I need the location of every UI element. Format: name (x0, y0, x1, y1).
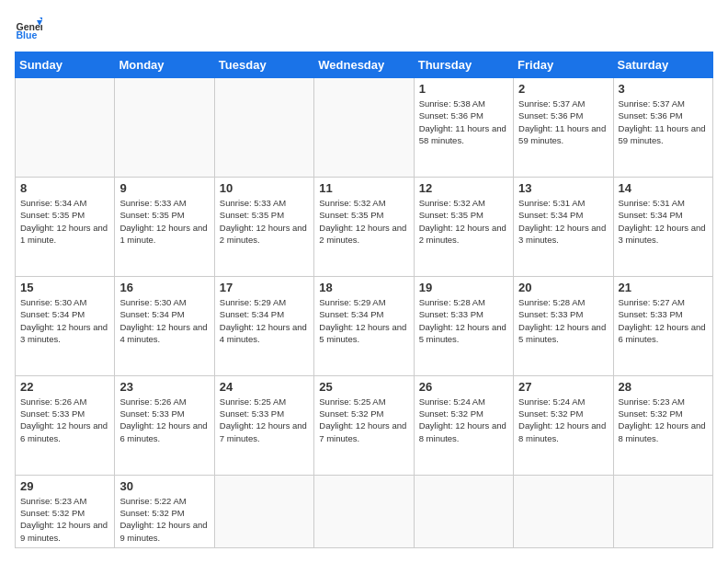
calendar-table: SundayMondayTuesdayWednesdayThursdayFrid… (15, 52, 713, 548)
day-info: Sunrise: 5:26 AM Sunset: 5:33 PM Dayligh… (20, 396, 109, 444)
page-header: General Blue (15, 15, 713, 42)
day-info: Sunrise: 5:30 AM Sunset: 5:34 PM Dayligh… (20, 296, 109, 345)
day-number: 8 (20, 181, 109, 195)
day-number: 2 (518, 82, 608, 96)
day-info: Sunrise: 5:30 AM Sunset: 5:34 PM Dayligh… (119, 296, 209, 345)
day-info: Sunrise: 5:31 AM Sunset: 5:34 PM Dayligh… (619, 197, 708, 246)
day-info: Sunrise: 5:37 AM Sunset: 5:36 PM Dayligh… (619, 98, 708, 146)
empty-cell (613, 475, 712, 547)
day-cell-2: 2 Sunrise: 5:37 AM Sunset: 5:36 PM Dayli… (514, 78, 613, 178)
day-number: 13 (518, 181, 608, 195)
day-number: 3 (619, 82, 708, 96)
day-number: 23 (119, 380, 209, 394)
day-cell-24: 24 Sunrise: 5:25 AM Sunset: 5:33 PM Dayl… (214, 375, 313, 475)
day-cell-9: 9 Sunrise: 5:33 AM Sunset: 5:35 PM Dayli… (115, 177, 214, 276)
day-number: 15 (20, 281, 109, 294)
day-cell-1: 1 Sunrise: 5:38 AM Sunset: 5:36 PM Dayli… (414, 78, 513, 178)
day-info: Sunrise: 5:32 AM Sunset: 5:35 PM Dayligh… (419, 197, 508, 246)
day-number: 17 (220, 281, 309, 294)
empty-cell (514, 475, 613, 547)
day-number: 1 (419, 82, 508, 96)
day-cell-26: 26 Sunrise: 5:24 AM Sunset: 5:32 PM Dayl… (414, 375, 513, 475)
empty-cell (314, 78, 414, 178)
day-cell-18: 18 Sunrise: 5:29 AM Sunset: 5:34 PM Dayl… (314, 276, 414, 375)
day-number: 24 (220, 380, 309, 394)
day-number: 18 (319, 281, 408, 294)
day-info: Sunrise: 5:33 AM Sunset: 5:35 PM Dayligh… (119, 197, 209, 246)
day-info: Sunrise: 5:25 AM Sunset: 5:32 PM Dayligh… (319, 396, 408, 444)
day-info: Sunrise: 5:38 AM Sunset: 5:36 PM Dayligh… (419, 98, 508, 146)
day-cell-3: 3 Sunrise: 5:37 AM Sunset: 5:36 PM Dayli… (613, 78, 712, 178)
day-cell-22: 22 Sunrise: 5:26 AM Sunset: 5:33 PM Dayl… (16, 375, 115, 475)
day-number: 10 (220, 181, 309, 195)
day-cell-12: 12 Sunrise: 5:32 AM Sunset: 5:35 PM Dayl… (414, 177, 513, 276)
day-number: 25 (319, 380, 408, 394)
empty-cell (214, 78, 313, 178)
day-number: 28 (619, 380, 708, 394)
day-info: Sunrise: 5:24 AM Sunset: 5:32 PM Dayligh… (419, 396, 508, 444)
day-info: Sunrise: 5:26 AM Sunset: 5:33 PM Dayligh… (119, 396, 209, 444)
calendar-week-5: 29 Sunrise: 5:23 AM Sunset: 5:32 PM Dayl… (16, 475, 713, 547)
day-info: Sunrise: 5:25 AM Sunset: 5:33 PM Dayligh… (220, 396, 309, 444)
day-info: Sunrise: 5:29 AM Sunset: 5:34 PM Dayligh… (319, 296, 408, 345)
day-cell-10: 10 Sunrise: 5:33 AM Sunset: 5:35 PM Dayl… (214, 177, 313, 276)
col-header-thursday: Thursday (414, 52, 513, 78)
day-number: 19 (419, 281, 508, 294)
col-header-monday: Monday (115, 52, 214, 78)
empty-cell (115, 78, 214, 178)
day-number: 26 (419, 380, 508, 394)
day-info: Sunrise: 5:34 AM Sunset: 5:35 PM Dayligh… (20, 197, 109, 246)
svg-marker-3 (40, 17, 42, 20)
day-number: 20 (518, 281, 608, 294)
empty-cell (414, 475, 513, 547)
day-number: 21 (619, 281, 708, 294)
day-cell-29: 29 Sunrise: 5:23 AM Sunset: 5:32 PM Dayl… (16, 475, 115, 547)
day-number: 22 (20, 380, 109, 394)
day-cell-30: 30 Sunrise: 5:22 AM Sunset: 5:32 PM Dayl… (115, 475, 214, 547)
day-cell-17: 17 Sunrise: 5:29 AM Sunset: 5:34 PM Dayl… (214, 276, 313, 375)
calendar-header-row: SundayMondayTuesdayWednesdayThursdayFrid… (16, 52, 713, 78)
empty-cell (214, 475, 313, 547)
calendar-week-4: 22 Sunrise: 5:26 AM Sunset: 5:33 PM Dayl… (16, 375, 713, 475)
day-info: Sunrise: 5:28 AM Sunset: 5:33 PM Dayligh… (518, 296, 608, 345)
calendar-week-2: 8 Sunrise: 5:34 AM Sunset: 5:35 PM Dayli… (16, 177, 713, 276)
col-header-wednesday: Wednesday (314, 52, 414, 78)
day-number: 14 (619, 181, 708, 195)
day-number: 9 (119, 181, 209, 195)
logo: General Blue (15, 15, 42, 42)
day-cell-27: 27 Sunrise: 5:24 AM Sunset: 5:32 PM Dayl… (514, 375, 613, 475)
day-info: Sunrise: 5:23 AM Sunset: 5:32 PM Dayligh… (20, 495, 109, 544)
day-cell-15: 15 Sunrise: 5:30 AM Sunset: 5:34 PM Dayl… (16, 276, 115, 375)
empty-cell (16, 78, 115, 178)
day-info: Sunrise: 5:29 AM Sunset: 5:34 PM Dayligh… (220, 296, 309, 345)
calendar-week-3: 15 Sunrise: 5:30 AM Sunset: 5:34 PM Dayl… (16, 276, 713, 375)
day-cell-14: 14 Sunrise: 5:31 AM Sunset: 5:34 PM Dayl… (613, 177, 712, 276)
day-cell-23: 23 Sunrise: 5:26 AM Sunset: 5:33 PM Dayl… (115, 375, 214, 475)
day-info: Sunrise: 5:31 AM Sunset: 5:34 PM Dayligh… (518, 197, 608, 246)
svg-text:Blue: Blue (17, 29, 38, 40)
day-number: 16 (119, 281, 209, 294)
day-number: 11 (319, 181, 408, 195)
day-info: Sunrise: 5:23 AM Sunset: 5:32 PM Dayligh… (619, 396, 708, 444)
day-cell-20: 20 Sunrise: 5:28 AM Sunset: 5:33 PM Dayl… (514, 276, 613, 375)
logo-icon: General Blue (15, 15, 42, 42)
day-cell-28: 28 Sunrise: 5:23 AM Sunset: 5:32 PM Dayl… (613, 375, 712, 475)
calendar-week-1: 1 Sunrise: 5:38 AM Sunset: 5:36 PM Dayli… (16, 78, 713, 178)
day-info: Sunrise: 5:27 AM Sunset: 5:33 PM Dayligh… (619, 296, 708, 345)
day-cell-25: 25 Sunrise: 5:25 AM Sunset: 5:32 PM Dayl… (314, 375, 414, 475)
day-number: 29 (20, 479, 109, 493)
day-info: Sunrise: 5:33 AM Sunset: 5:35 PM Dayligh… (220, 197, 309, 246)
day-info: Sunrise: 5:37 AM Sunset: 5:36 PM Dayligh… (518, 98, 608, 146)
day-info: Sunrise: 5:28 AM Sunset: 5:33 PM Dayligh… (419, 296, 508, 345)
empty-cell (314, 475, 414, 547)
col-header-saturday: Saturday (613, 52, 712, 78)
day-cell-13: 13 Sunrise: 5:31 AM Sunset: 5:34 PM Dayl… (514, 177, 613, 276)
col-header-sunday: Sunday (16, 52, 115, 78)
day-info: Sunrise: 5:24 AM Sunset: 5:32 PM Dayligh… (518, 396, 608, 444)
day-cell-8: 8 Sunrise: 5:34 AM Sunset: 5:35 PM Dayli… (16, 177, 115, 276)
day-number: 27 (518, 380, 608, 394)
day-info: Sunrise: 5:22 AM Sunset: 5:32 PM Dayligh… (119, 495, 209, 544)
col-header-friday: Friday (514, 52, 613, 78)
day-number: 30 (119, 479, 209, 493)
day-cell-16: 16 Sunrise: 5:30 AM Sunset: 5:34 PM Dayl… (115, 276, 214, 375)
